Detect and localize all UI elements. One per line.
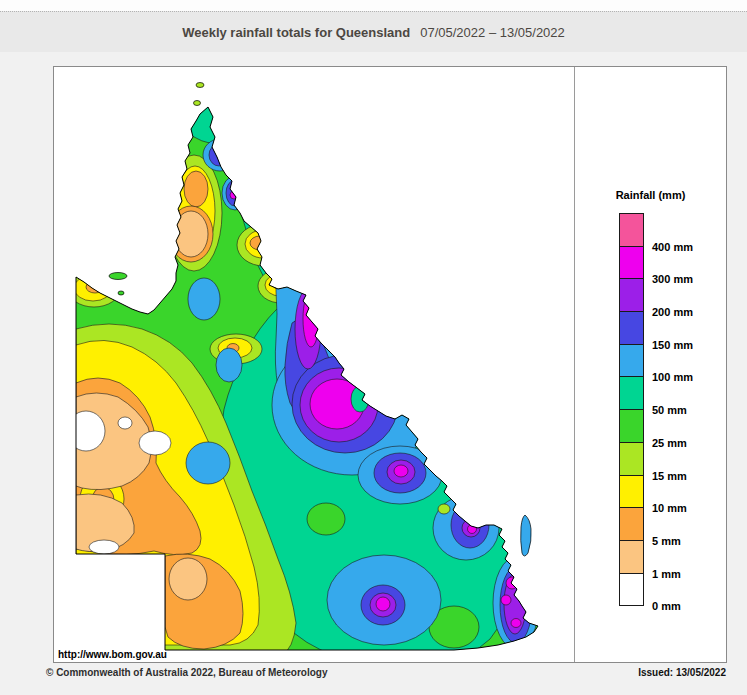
legend-band: 50 mm	[619, 376, 644, 410]
legend-band-label: 150 mm	[652, 339, 693, 351]
legend-band: 15 mm	[619, 442, 644, 476]
legend-band: 400 mm	[619, 213, 644, 247]
rainfall-contours	[54, 67, 575, 662]
legend-band-label: 50 mm	[652, 404, 687, 416]
legend-band-label: 100 mm	[652, 371, 693, 383]
legend-band: 0 mm	[619, 573, 644, 607]
legend-band: 5 mm	[619, 507, 644, 541]
legend-band-label: 1 mm	[652, 568, 681, 580]
legend-swatch-400	[620, 214, 643, 246]
legend-swatch-0	[620, 574, 643, 606]
legend-title: Rainfall (mm)	[575, 189, 726, 201]
legend-swatch-15	[620, 443, 643, 475]
map-panel: http://www.bom.gov.au Rainfall (mm) 400 …	[53, 66, 727, 663]
legend-color-scale: 400 mm 300 mm 200 mm 150 mm 100 mm	[619, 214, 644, 606]
legend-panel: Rainfall (mm) 400 mm 300 mm 200 mm 150 m…	[575, 67, 726, 662]
legend-band: 1 mm	[619, 540, 644, 574]
legend-band: 300 mm	[619, 246, 644, 280]
rainfall-map	[54, 67, 575, 662]
legend-band-label: 5 mm	[652, 535, 681, 547]
legend-band-label: 400 mm	[652, 241, 693, 253]
legend-band: 25 mm	[619, 409, 644, 443]
url-watermark: http://www.bom.gov.au	[58, 649, 167, 660]
legend-swatch-1	[620, 541, 643, 573]
legend-band-label: 0 mm	[652, 600, 681, 612]
legend-swatch-300	[620, 247, 643, 279]
legend-band-label: 15 mm	[652, 470, 687, 482]
header-bar: Weekly rainfall totals for Queensland 07…	[0, 11, 747, 52]
legend-swatch-10	[620, 476, 643, 508]
legend-band-label: 200 mm	[652, 306, 693, 318]
legend-band: 200 mm	[619, 278, 644, 312]
legend-swatch-5	[620, 508, 643, 540]
legend-swatch-200	[620, 279, 643, 311]
copyright-text: © Commonwealth of Australia 2022, Bureau…	[46, 667, 328, 678]
legend-swatch-25	[620, 410, 643, 442]
legend-band: 100 mm	[619, 344, 644, 378]
fraser-island	[521, 515, 532, 556]
legend-band: 150 mm	[619, 311, 644, 345]
legend-swatch-100	[620, 345, 643, 377]
date-range: 07/05/2022 – 13/05/2022	[420, 25, 565, 40]
legend-band-label: 10 mm	[652, 502, 687, 514]
issued-text: Issued: 13/05/2022	[638, 667, 726, 678]
legend-swatch-150	[620, 312, 643, 344]
legend-band: 10 mm	[619, 475, 644, 509]
top-strip	[0, 0, 747, 11]
page-title: Weekly rainfall totals for Queensland	[182, 25, 410, 40]
legend-band-label: 300 mm	[652, 273, 693, 285]
legend-band-label: 25 mm	[652, 437, 687, 449]
page-background: Weekly rainfall totals for Queensland 07…	[0, 0, 747, 695]
map-area: http://www.bom.gov.au	[54, 67, 575, 662]
legend-swatch-50	[620, 377, 643, 409]
